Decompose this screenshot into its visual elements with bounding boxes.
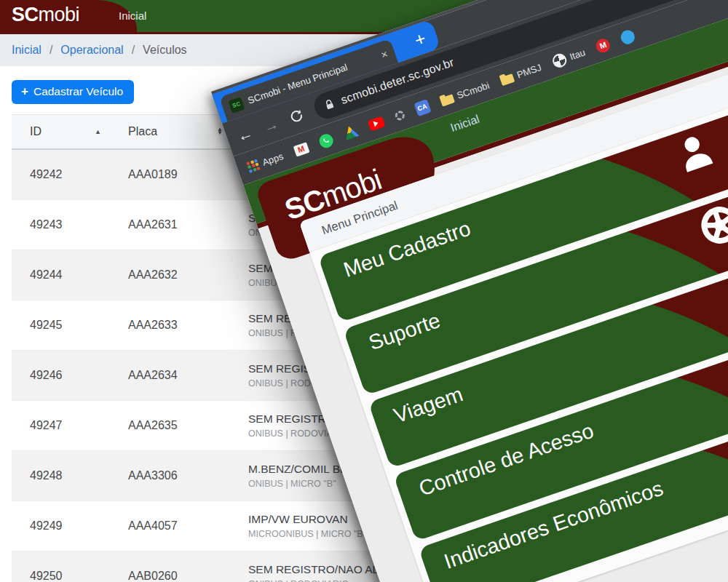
bookmark-settings[interactable]	[394, 109, 406, 121]
cell-placa: AAA4057	[110, 519, 230, 533]
apps-grid-icon	[246, 159, 260, 172]
breadcrumb-separator: /	[132, 44, 135, 57]
back-icon[interactable]: ←	[235, 124, 255, 144]
gmail-icon: M	[293, 142, 309, 156]
cell-placa: AAA0189	[110, 168, 230, 181]
breadcrumb-inicial[interactable]: Inicial	[12, 44, 41, 57]
cell-id: 49243	[12, 218, 110, 231]
bookmark-gmail[interactable]: M	[293, 142, 309, 156]
gear-icon	[394, 109, 406, 121]
cell-id: 49246	[12, 369, 110, 382]
cell-id: 49242	[12, 168, 110, 181]
bookmark-misc[interactable]	[619, 28, 636, 45]
whatsapp-icon	[317, 132, 335, 149]
cell-placa: AAA2633	[110, 319, 230, 332]
overlay-nav-inicial[interactable]: Inicial	[448, 113, 481, 135]
cell-id: 49245	[12, 319, 110, 332]
cell-placa: AAB0260	[110, 570, 230, 582]
cell-placa: AAA2631	[110, 218, 230, 231]
breadcrumb-current: Veículos	[143, 44, 186, 57]
bookmark-youtube[interactable]	[367, 116, 385, 131]
sort-both-icon: ▲▼	[217, 128, 223, 135]
reload-icon[interactable]	[288, 107, 306, 125]
forward-icon[interactable]: →	[261, 115, 281, 135]
blue-dot-icon	[619, 28, 636, 45]
folder-icon	[440, 94, 455, 106]
mega-icon: M	[594, 36, 612, 54]
breadcrumb-separator: /	[50, 44, 52, 57]
bookmark-pmsj[interactable]: PMSJ	[499, 62, 542, 86]
column-header-placa[interactable]: Placa ▲▼	[110, 125, 230, 138]
bookmark-label: PMSJ	[515, 62, 543, 80]
cell-placa: AAA3306	[110, 469, 230, 482]
logo-mobi: mobi	[39, 4, 80, 25]
app-logo[interactable]: SCmobi	[12, 4, 79, 26]
bookmark-apps[interactable]: Apps	[246, 151, 285, 173]
bookmark-label: Apps	[261, 151, 285, 168]
bookmark-label: SCmobi	[455, 79, 491, 100]
add-vehicle-label: Cadastrar Veículo	[33, 85, 123, 98]
add-vehicle-button[interactable]: + Cadastrar Veículo	[12, 80, 134, 104]
column-header-id[interactable]: ID ▲	[12, 125, 110, 138]
bookmark-mega[interactable]: M	[594, 36, 612, 54]
breadcrumb-operacional[interactable]: Operacional	[60, 44, 123, 57]
sort-asc-icon: ▲	[95, 129, 101, 135]
ca-icon: CA	[414, 99, 431, 116]
youtube-icon	[367, 116, 385, 131]
bookmark-label: Itau	[568, 47, 586, 62]
globe-icon	[550, 52, 568, 69]
cell-placa: AAA2635	[110, 419, 230, 432]
cell-id: 49249	[12, 519, 110, 533]
plus-icon: +	[21, 84, 28, 99]
bookmark-itau[interactable]: Itau	[550, 45, 587, 69]
drive-icon	[342, 124, 359, 140]
lock-icon	[323, 97, 336, 112]
cell-id: 49247	[12, 419, 110, 432]
bookmark-drive[interactable]	[342, 124, 359, 140]
bookmark-whatsapp[interactable]	[317, 132, 335, 149]
scmobi-favicon-icon: SC	[228, 97, 245, 113]
cell-id: 49250	[12, 570, 110, 582]
cell-placa: AAA2634	[110, 369, 230, 382]
bookmark-ca[interactable]: CA	[414, 99, 431, 116]
folder-icon	[499, 73, 515, 86]
logo-sc: SC	[12, 4, 39, 25]
tab-close-icon[interactable]: ×	[379, 47, 389, 61]
cell-id: 49244	[12, 268, 110, 282]
cell-placa: AAA2632	[110, 268, 230, 282]
cell-id: 49248	[12, 469, 110, 482]
nav-item-inicial[interactable]: Inicial	[119, 0, 146, 32]
